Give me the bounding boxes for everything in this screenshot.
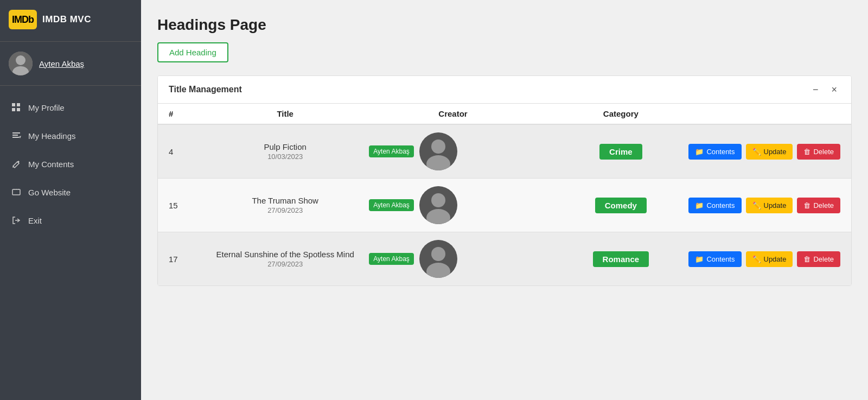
delete-button-2[interactable]: 🗑 Delete	[797, 198, 840, 213]
svg-rect-7	[12, 132, 20, 134]
nav-label-my-headings: My Headings	[28, 131, 76, 141]
avatar	[9, 52, 33, 75]
update-button-3[interactable]: ✏️ Update	[746, 251, 793, 267]
edit-icon-3: ✏️	[752, 255, 761, 263]
update-button-1[interactable]: ✏️ Update	[746, 144, 793, 160]
svg-rect-8	[12, 135, 18, 136]
row-date-2: 27/09/2023	[267, 206, 303, 214]
contents-button-3[interactable]: 📁 Contents	[688, 251, 741, 267]
contents-button-2[interactable]: 📁 Contents	[688, 198, 741, 213]
row-category-2: Comedy	[537, 198, 705, 213]
row-actions-1: 📁 Contents ✏️ Update 🗑 Delete	[705, 144, 840, 160]
svg-point-16	[431, 193, 445, 207]
svg-rect-5	[12, 108, 15, 111]
svg-rect-4	[17, 103, 20, 106]
svg-rect-11	[12, 189, 20, 195]
col-creator: Creator	[369, 109, 537, 118]
row-category-3: Romance	[537, 251, 705, 267]
sidebar-item-my-headings[interactable]: My Headings	[0, 122, 141, 150]
row-title-3: Eternal Sunshine of the Spotless Mind	[216, 250, 354, 259]
folder-icon-1: 📁	[695, 148, 704, 156]
svg-rect-3	[12, 103, 15, 106]
trash-icon-3: 🗑	[803, 255, 810, 263]
app-title: IMDB MVC	[42, 14, 91, 25]
update-button-2[interactable]: ✏️ Update	[746, 198, 793, 213]
exit-icon	[11, 215, 22, 226]
row-title-block-3: Eternal Sunshine of the Spotless Mind 27…	[201, 250, 369, 268]
category-badge-1: Crime	[599, 144, 642, 160]
table-row: 17 Eternal Sunshine of the Spotless Mind…	[158, 232, 851, 285]
delete-button-1[interactable]: 🗑 Delete	[797, 144, 840, 160]
col-category: Category	[537, 109, 705, 118]
sidebar-nav: My Profile My Headings My C	[0, 93, 141, 234]
grid-icon	[11, 102, 22, 113]
add-heading-button[interactable]: Add Heading	[157, 42, 228, 62]
edit-icon-2: ✏️	[752, 201, 761, 209]
pencil-icon	[11, 158, 22, 169]
sidebar-item-go-website[interactable]: Go Website	[0, 178, 141, 206]
svg-marker-10	[19, 136, 21, 138]
category-badge-3: Romance	[593, 251, 649, 267]
panel-header: Title Management − ×	[158, 76, 851, 104]
delete-button-3[interactable]: 🗑 Delete	[797, 251, 840, 267]
edit-icon-1: ✏️	[752, 148, 761, 156]
sidebar-username[interactable]: Ayten Akbaş	[39, 59, 84, 68]
row-title-2: The Truman Show	[252, 196, 318, 205]
svg-point-13	[431, 139, 445, 154]
creator-badge-3: Ayten Akbaş	[369, 253, 414, 265]
row-num-2: 15	[169, 201, 201, 210]
nav-label-go-website: Go Website	[28, 188, 71, 197]
row-date-1: 10/03/2023	[267, 153, 303, 161]
row-num-3: 17	[169, 255, 201, 264]
col-title: Title	[201, 109, 369, 118]
nav-label-my-contents: My Contents	[28, 160, 74, 169]
title-management-panel: Title Management − × # Title Creator Cat…	[157, 75, 852, 286]
sidebar-user: Ayten Akbaş	[0, 44, 141, 83]
row-title-1: Pulp Fiction	[264, 142, 306, 151]
contents-button-1[interactable]: 📁 Contents	[688, 144, 741, 160]
creator-avatar-2	[419, 186, 457, 224]
close-button[interactable]: ×	[828, 84, 840, 96]
nav-label-exit: Exit	[28, 216, 42, 225]
row-title-block-2: The Truman Show 27/09/2023	[201, 196, 369, 214]
nav-label-my-profile: My Profile	[28, 103, 65, 112]
imdb-logo: IMDb	[9, 10, 37, 29]
sidebar-item-my-profile[interactable]: My Profile	[0, 93, 141, 122]
row-title-block-1: Pulp Fiction 10/03/2023	[201, 142, 369, 161]
row-creator-3: Ayten Akbaş	[369, 240, 537, 278]
creator-badge-2: Ayten Akbaş	[369, 199, 414, 211]
sidebar-nav-divider	[0, 85, 141, 86]
row-actions-2: 📁 Contents ✏️ Update 🗑 Delete	[705, 198, 840, 213]
svg-point-1	[16, 55, 25, 65]
row-date-3: 27/09/2023	[267, 260, 303, 268]
row-num-1: 4	[169, 147, 201, 156]
edit-icon	[11, 130, 22, 141]
category-badge-2: Comedy	[595, 198, 647, 213]
website-icon	[11, 187, 22, 198]
panel-title: Title Management	[169, 85, 242, 94]
svg-point-19	[431, 247, 445, 261]
sidebar: IMDb IMDB MVC Ayten Akbaş My	[0, 0, 141, 400]
folder-icon-2: 📁	[695, 201, 704, 209]
trash-icon-1: 🗑	[803, 148, 810, 156]
row-actions-3: 📁 Contents ✏️ Update 🗑 Delete	[705, 251, 840, 267]
col-num: #	[169, 109, 201, 118]
row-creator-1: Ayten Akbaş	[369, 132, 537, 170]
page-title: Headings Page	[157, 16, 852, 34]
table-row: 15 The Truman Show 27/09/2023 Ayten Akba…	[158, 179, 851, 232]
minimize-button[interactable]: −	[809, 84, 822, 96]
svg-rect-6	[17, 108, 20, 111]
creator-badge-1: Ayten Akbaş	[369, 145, 414, 157]
panel-controls: − ×	[809, 84, 840, 96]
table-header: # Title Creator Category	[158, 104, 851, 125]
sidebar-item-my-contents[interactable]: My Contents	[0, 150, 141, 178]
trash-icon-2: 🗑	[803, 201, 810, 209]
creator-avatar-3	[419, 240, 457, 278]
creator-avatar-1	[419, 132, 457, 170]
sidebar-header: IMDb IMDB MVC	[0, 0, 141, 39]
sidebar-item-exit[interactable]: Exit	[0, 206, 141, 234]
row-category-1: Crime	[537, 144, 705, 160]
svg-rect-9	[12, 137, 19, 138]
sidebar-divider	[0, 41, 141, 42]
row-creator-2: Ayten Akbaş	[369, 186, 537, 224]
